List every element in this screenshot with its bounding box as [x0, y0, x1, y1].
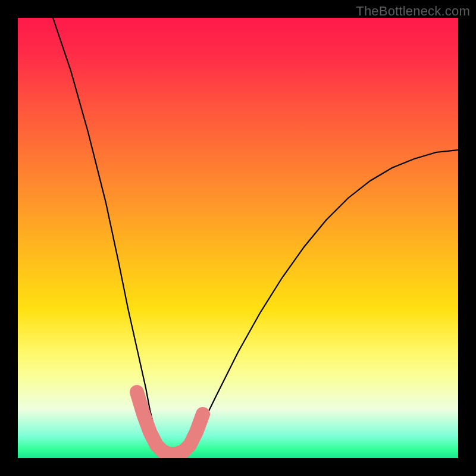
highlight-band-path	[137, 392, 203, 454]
chart-frame: TheBottleneck.com	[0, 0, 476, 476]
watermark-text: TheBottleneck.com	[356, 4, 470, 19]
plot-area	[18, 18, 458, 458]
bottleneck-curve	[18, 18, 458, 458]
curve-path	[53, 18, 458, 456]
